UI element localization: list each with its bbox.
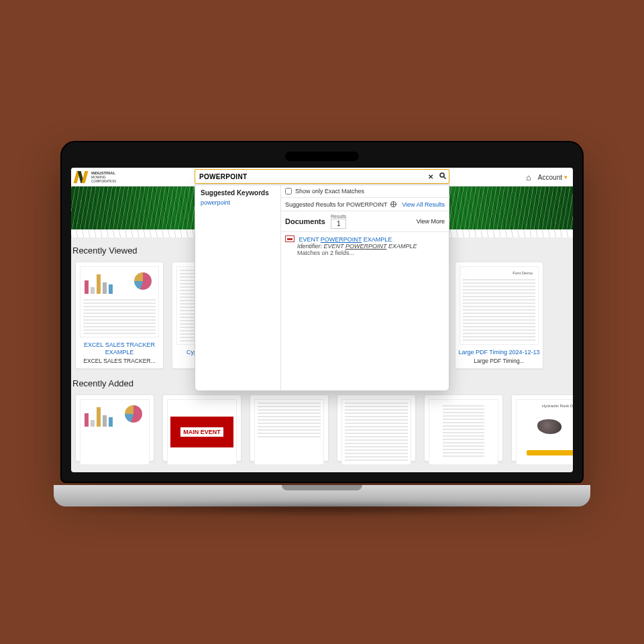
results-count-label: Results: [331, 214, 347, 219]
documents-heading: Documents: [285, 217, 325, 225]
document-card[interactable]: [337, 394, 416, 462]
result-match-info: Matches on 2 fields...: [285, 250, 445, 256]
brand-mark-icon: [75, 171, 89, 183]
recently-added-heading: Recently Added: [72, 378, 133, 388]
chevron-down-icon: ▾: [564, 174, 568, 180]
document-card[interactable]: MAIN EVENT: [162, 394, 241, 462]
view-more-link[interactable]: View More: [417, 218, 445, 225]
document-card[interactable]: EXCEL SALES TRACKER EXAMPLE EXCEL SALES …: [75, 262, 164, 369]
suggested-keyword[interactable]: powerpoint: [201, 199, 275, 206]
search-bar: ✕: [195, 169, 449, 184]
globe-icon: [390, 201, 396, 207]
suggested-keywords-heading: Suggested Keywords: [201, 189, 275, 197]
account-menu[interactable]: Account ▾: [538, 174, 568, 181]
home-icon[interactable]: ⌂: [526, 172, 531, 182]
document-card[interactable]: Font Demo Large PDF Timing 2024-12-13 La…: [455, 262, 543, 369]
search-suggestions-panel: Suggested Keywords powerpoint Show only …: [195, 184, 449, 391]
document-title: EXCEL SALES TRACKER EXAMPLE: [76, 341, 163, 356]
recently-added-row: MAIN EVENT Hydraulic Rock Dril...: [71, 394, 573, 462]
document-title: Large PDF Timing 2024-12-13: [455, 349, 543, 356]
document-card[interactable]: [250, 394, 329, 462]
svg-point-0: [440, 173, 444, 177]
search-input[interactable]: [195, 173, 425, 180]
document-card[interactable]: Hydraulic Rock Dril...: [511, 394, 573, 462]
view-all-results-link[interactable]: View All Results: [402, 201, 445, 208]
exact-matches-label: Show only Exact Matches: [295, 188, 364, 195]
search-result[interactable]: EVENT POWERPOINT EXAMPLE Identifier: EVE…: [281, 232, 449, 258]
document-subtitle: EXCEL SALES TRACKER...: [76, 358, 163, 368]
brand-logo[interactable]: INDUSTRIAL MOWING CORPORATION: [75, 171, 116, 183]
search-icon[interactable]: [437, 172, 449, 181]
recently-viewed-heading: Recently Viewed: [72, 246, 138, 256]
document-thumbnail: Font Demo: [460, 266, 539, 345]
brand-text: INDUSTRIAL MOWING CORPORATION: [91, 171, 116, 183]
svg-line-1: [444, 177, 446, 179]
topbar: INDUSTRIAL MOWING CORPORATION ✕: [71, 168, 573, 186]
thumbnail-label: MAIN EVENT: [180, 427, 223, 437]
document-card[interactable]: [75, 394, 154, 462]
account-label: Account: [538, 174, 562, 181]
exact-matches-checkbox[interactable]: [285, 188, 292, 195]
document-card[interactable]: [424, 394, 503, 462]
file-icon: [285, 235, 294, 242]
results-count: 1: [331, 219, 347, 229]
document-subtitle: Large PDF Timing...: [455, 358, 543, 368]
clear-search-icon[interactable]: ✕: [425, 173, 437, 180]
suggested-results-heading: Suggested Results for POWERPOINT: [285, 201, 387, 208]
document-thumbnail: [80, 266, 159, 337]
